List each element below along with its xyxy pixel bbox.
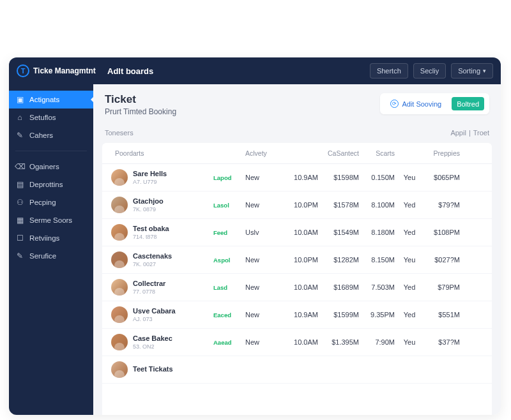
sidebar-item-ogainers[interactable]: ⌫Ogainers: [9, 158, 93, 176]
cell-time: 10.0PM: [282, 256, 318, 264]
cell-amount1: $1282M: [318, 256, 359, 264]
meta-row: Tonesers Appil | Troet: [93, 124, 501, 143]
sidebar-item-pecping[interactable]: ⚇Pecping: [9, 193, 93, 211]
cell-amount1: $1689M: [318, 283, 359, 291]
col-header-contact[interactable]: CaSantect: [318, 149, 359, 157]
cell-price: $065PM: [424, 174, 460, 181]
sidebar-item-label: Pecping: [29, 199, 56, 206]
sorting-button[interactable]: Sorting ▾: [451, 63, 493, 79]
status-badge: Feed: [213, 229, 227, 236]
user-id: 53. ON2: [133, 343, 172, 350]
page-title: Ticket: [105, 93, 176, 106]
cell-activity: New: [245, 283, 282, 291]
sorting-button-label: Sorting: [458, 67, 480, 75]
sidebar-icon: ▤: [15, 180, 24, 189]
col-header-activity[interactable]: Aclvety: [245, 149, 282, 157]
table-row[interactable]: Test obaka714. t878FeedUslv10.0AM$1549M8…: [102, 219, 492, 246]
cell-time: 10.0AM: [282, 283, 318, 291]
meta-divider: |: [469, 129, 471, 137]
table-row[interactable]: Case Bakec53. ON2AaeadNew10.0AM$1.395M7:…: [102, 329, 492, 356]
sidebar-item-retviings[interactable]: ☐Retviings: [9, 229, 93, 247]
page-header: Ticket Prurt Timted Booking ⟳ Adit Soovi…: [93, 84, 501, 124]
status-badge: Aspol: [213, 257, 230, 264]
col-header-user[interactable]: Poordarts: [111, 149, 213, 157]
sidebar: ▣Actignats⌂Setuflos✎Cahers ⌫Ogainers▤Dep…: [9, 84, 93, 415]
table-row[interactable]: Collectrar77. 0778LasdNew10.0AM$1689M7.5…: [102, 274, 492, 301]
sidebar-divider: [15, 151, 87, 151]
user-id: 714. t878: [133, 234, 169, 240]
sidebar-icon: ⌫: [15, 162, 24, 171]
col-header-scarts[interactable]: Scarts: [359, 149, 395, 157]
sidebar-item-serme soors[interactable]: ▦Serme Soors: [9, 211, 93, 229]
cell-activity: New: [245, 338, 282, 346]
meta-appil-link[interactable]: Appil: [450, 129, 466, 137]
cell-amount1: $1598M: [318, 174, 359, 181]
table-row[interactable]: Gtachjoo7K. 0879LasolNew10.0PM$1578M8.10…: [102, 191, 492, 219]
table-row[interactable]: Teet Tickats: [102, 356, 492, 384]
avatar: [111, 306, 128, 323]
cell-activity: New: [245, 256, 282, 264]
table-head: Poordarts Aclvety CaSantect Scarts Prepp…: [102, 143, 492, 164]
user-name: Collectrar: [133, 280, 165, 288]
cell-amount2: 7:90M: [359, 338, 395, 346]
cell-time: 10.0AM: [282, 229, 318, 236]
sidebar-item-setuflos[interactable]: ⌂Setuflos: [9, 109, 93, 126]
user-name: Case Bakec: [133, 334, 172, 343]
primary-action-label: Boltred: [457, 100, 479, 108]
cell-yn: Yeu: [395, 338, 424, 346]
cell-activity: New: [245, 174, 282, 181]
cell-yn: Yeu: [395, 256, 424, 264]
search-button[interactable]: Shertch: [370, 63, 408, 79]
user-name: Usve Cabara: [133, 307, 176, 315]
avatar: [111, 279, 128, 296]
avatar: [111, 169, 128, 186]
status-badge: Lasol: [213, 202, 229, 209]
cell-amount2: 7.503M: [359, 283, 395, 291]
cell-activity: New: [245, 201, 282, 209]
meta-left: Tonesers: [105, 129, 133, 137]
chevron-down-icon: ▾: [483, 68, 486, 74]
cell-price: $027?M: [424, 256, 460, 264]
board-title: Adlt boards: [107, 66, 153, 76]
primary-action-button[interactable]: Boltred: [452, 97, 484, 110]
user-id: AJ. 073: [133, 316, 176, 322]
avatar: [111, 251, 128, 268]
sidebar-item-label: Deprottins: [29, 181, 63, 188]
sidebar-icon: ✎: [15, 251, 24, 260]
page-subtitle: Prurt Timted Booking: [105, 107, 176, 116]
col-header-preppies[interactable]: Preppies: [424, 149, 460, 157]
cell-time: 10.0AM: [282, 338, 318, 346]
sidebar-item-label: Ogainers: [29, 163, 59, 170]
user-id: A7. U779: [133, 179, 167, 185]
sidebar-item-actignats[interactable]: ▣Actignats: [9, 91, 93, 109]
cell-amount2: 8.180M: [359, 229, 395, 236]
user-id: 77. 0778: [133, 289, 165, 295]
adit-sooving-button[interactable]: ⟳ Adit Sooving: [385, 97, 446, 110]
sidebar-item-label: Cahers: [29, 131, 53, 139]
cell-price: $551M: [424, 311, 460, 319]
avatar: [111, 197, 128, 213]
main-panel: Ticket Prurt Timted Booking ⟳ Adit Soovi…: [93, 84, 501, 415]
sidebar-item-deprottins[interactable]: ▤Deprottins: [9, 176, 93, 193]
table-row[interactable]: Sare HellsA7. U779LapodNew10.9AM$1598M0.…: [102, 164, 492, 191]
user-name: Teet Tickats: [133, 365, 173, 373]
sidebar-icon: ▦: [15, 216, 24, 225]
sidebar-item-serufice[interactable]: ✎Serufice: [9, 247, 93, 265]
cell-yn: Yed: [395, 311, 424, 319]
meta-troet-link[interactable]: Troet: [473, 129, 489, 137]
table-row[interactable]: Usve CabaraAJ. 073EacedNew10.9AM$1599M9.…: [102, 301, 492, 329]
cell-activity: Uslv: [245, 229, 282, 236]
sidebar-icon: ✎: [15, 131, 24, 140]
cell-amount2: 8.150M: [359, 256, 395, 264]
sidebar-item-label: Serme Soors: [29, 216, 72, 224]
user-name: Gtachjoo: [133, 197, 164, 206]
sidebar-icon: ☐: [15, 234, 24, 243]
logo-area: T Ticke Managmtnt: [17, 64, 97, 77]
table-row[interactable]: Casctenaks7K. 0027AspolNew10.0PM$1282M8.…: [102, 246, 492, 274]
secondary-top-button[interactable]: Secliy: [413, 63, 446, 79]
sidebar-item-cahers[interactable]: ✎Cahers: [9, 126, 93, 144]
cell-price: $79PM: [424, 283, 460, 291]
status-badge: Lasd: [213, 284, 227, 291]
cell-yn: Yed: [395, 201, 424, 209]
avatar: [111, 224, 128, 241]
